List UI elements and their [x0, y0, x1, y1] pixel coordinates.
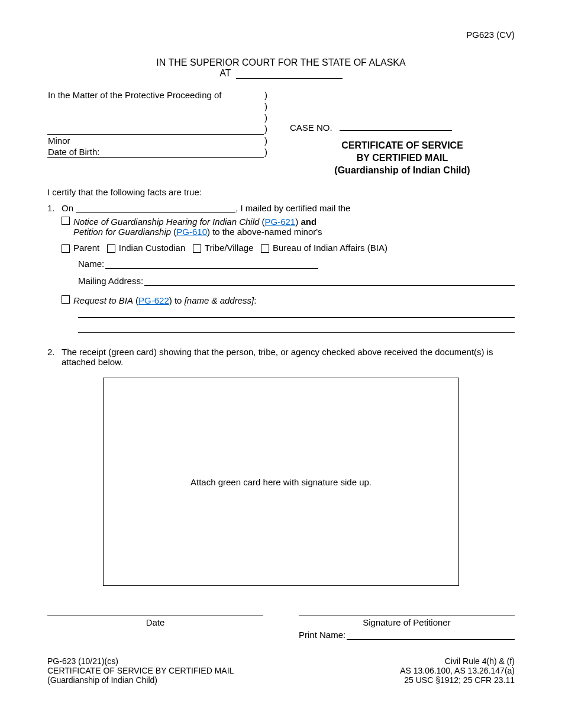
- caption-left: In the Matter of the Protective Proceedi…: [47, 89, 272, 176]
- label-parent: Parent: [73, 243, 99, 253]
- petitioner-label: Signature of Petitioner: [363, 617, 450, 627]
- dob-label: Date of Birth:: [48, 147, 100, 157]
- footer-right-3: 25 USC §1912; 25 CFR 23.11: [404, 675, 515, 685]
- matter-text: In the Matter of the Protective Proceedi…: [47, 89, 264, 101]
- footer-left-2: CERTIFICATE OF SERVICE BY CERTIFIED MAIL: [47, 666, 234, 675]
- addr-label: Mailing Address:: [78, 276, 143, 286]
- at-input-line[interactable]: [236, 78, 343, 79]
- date-column: Date: [47, 616, 263, 640]
- name-label: Name:: [78, 259, 104, 269]
- name-field-row: Name:: [78, 259, 515, 269]
- case-no-row: CASE NO.: [290, 123, 515, 133]
- petition-text: Petition for Guardianship: [73, 227, 171, 237]
- request-line-2[interactable]: [78, 320, 515, 333]
- petitioner-signature-line[interactable]: Signature of Petitioner: [299, 616, 515, 627]
- recipient-row: Parent Indian Custodian Tribe/Village Bu…: [62, 243, 515, 253]
- footer-left: PG-623 (10/21)(cs) CERTIFICATE OF SERVIC…: [47, 656, 234, 685]
- date-label: Date: [146, 617, 165, 627]
- request-text: Request to BIA: [73, 295, 133, 305]
- paren: ): [264, 135, 272, 147]
- item-2-number: 2.: [47, 347, 62, 367]
- court-header: IN THE SUPERIOR COURT FOR THE STATE OF A…: [47, 57, 515, 79]
- print-name-row: Print Name:: [299, 630, 515, 640]
- print-name-input[interactable]: [347, 630, 515, 640]
- paren: ): [264, 112, 272, 123]
- item-1-body: On , I mailed by certified mail the Noti…: [62, 203, 515, 335]
- item-1: 1. On , I mailed by certified mail the N…: [47, 203, 515, 335]
- request-line-1[interactable]: [78, 305, 515, 318]
- name-address-ital: [name & address]: [185, 295, 254, 305]
- checkbox-tribe[interactable]: [193, 244, 201, 253]
- checkbox-request-bia[interactable]: [62, 295, 70, 304]
- form-code-header: PG623 (CV): [47, 30, 515, 40]
- addr-input[interactable]: [144, 276, 515, 286]
- title-line1: CERTIFICATE OF SERVICE: [341, 140, 463, 150]
- footer-right-1: Civil Rule 4(h) & (f): [445, 656, 515, 666]
- label-bia: Bureau of Indian Affairs (BIA): [273, 243, 387, 253]
- paren: ): [264, 123, 272, 135]
- title-line2: BY CERTIFIED MAIL: [357, 153, 448, 163]
- item-1-number: 1.: [47, 203, 62, 335]
- attach-box: Attach green card here with signature si…: [103, 378, 459, 586]
- at-label: AT: [219, 68, 231, 78]
- document-title: CERTIFICATE OF SERVICE BY CERTIFIED MAIL…: [290, 140, 515, 176]
- name-input[interactable]: [105, 259, 318, 269]
- and-text: and: [301, 217, 316, 227]
- label-tribe: Tribe/Village: [205, 243, 254, 253]
- notice-block: Notice of Guardianship Hearing for India…: [73, 217, 322, 237]
- print-name-label: Print Name:: [299, 630, 345, 640]
- minor-label: Minor: [47, 135, 264, 147]
- certify-statement: I certify that the following facts are t…: [47, 187, 515, 197]
- paren-close: ): [295, 217, 301, 227]
- paren: ): [264, 146, 272, 158]
- request-block: Request to BIA (PG-622) to [name & addre…: [73, 295, 256, 305]
- signature-area: Date Signature of Petitioner Print Name:: [47, 616, 515, 640]
- title-line3: (Guardianship of Indian Child): [334, 165, 470, 175]
- link-pg610[interactable]: PG-610: [176, 227, 207, 237]
- checkbox-bia[interactable]: [261, 244, 269, 253]
- mailed-suffix: , I mailed by certified mail the: [235, 203, 350, 213]
- date-signature-line[interactable]: Date: [47, 616, 263, 627]
- case-caption: In the Matter of the Protective Proceedi…: [47, 89, 515, 176]
- footer-left-3: (Guardianship of Indian Child): [47, 675, 157, 685]
- link-pg621[interactable]: PG-621: [265, 217, 296, 227]
- page-footer: PG-623 (10/21)(cs) CERTIFICATE OF SERVIC…: [47, 656, 515, 685]
- on-label: On: [62, 203, 73, 213]
- paren: ): [264, 101, 272, 112]
- address-field-row: Mailing Address:: [78, 276, 515, 286]
- checkbox-custodian[interactable]: [107, 244, 115, 253]
- case-no-label: CASE NO.: [290, 123, 332, 133]
- label-custodian: Indian Custodian: [119, 243, 186, 253]
- notice-text: Notice of Guardianship Hearing for India…: [73, 217, 259, 227]
- item-2-text: The receipt (green card) showing that th…: [62, 347, 515, 367]
- footer-right-2: AS 13.06.100, AS 13.26.147(a): [400, 666, 515, 675]
- footer-left-1: PG-623 (10/21)(cs): [47, 656, 118, 666]
- paren-close2: ): [207, 227, 212, 237]
- minor-text: to the above-named minor's: [212, 227, 322, 237]
- item-2: 2. The receipt (green card) showing that…: [47, 347, 515, 367]
- paren: ): [264, 89, 272, 101]
- footer-right: Civil Rule 4(h) & (f) AS 13.06.100, AS 1…: [400, 656, 515, 685]
- link-pg622[interactable]: PG-622: [138, 295, 169, 305]
- form-page: PG623 (CV) IN THE SUPERIOR COURT FOR THE…: [0, 0, 562, 728]
- checkbox-parent[interactable]: [62, 244, 70, 253]
- case-no-input[interactable]: [340, 130, 452, 131]
- caption-right: CASE NO. CERTIFICATE OF SERVICE BY CERTI…: [272, 89, 515, 176]
- on-date-input[interactable]: [76, 212, 235, 213]
- paren-close3: ): [169, 295, 175, 305]
- attach-text: Attach green card here with signature si…: [190, 477, 372, 487]
- request-to: to: [175, 295, 182, 305]
- checkbox-notice[interactable]: [62, 217, 70, 225]
- petitioner-column: Signature of Petitioner Print Name:: [299, 616, 515, 640]
- court-title: IN THE SUPERIOR COURT FOR THE STATE OF A…: [156, 57, 405, 67]
